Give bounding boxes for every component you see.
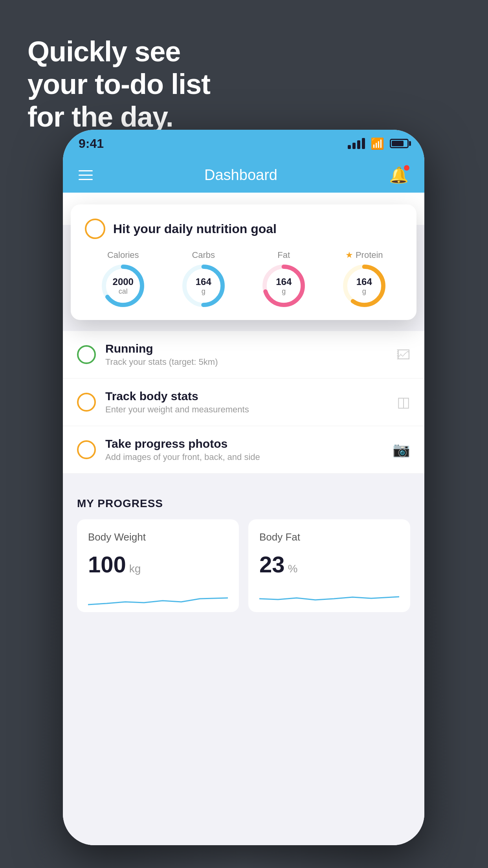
running-text: Running Track your stats (target: 5km): [105, 342, 387, 367]
menu-icon[interactable]: [79, 170, 93, 180]
macro-carbs-label: Carbs: [192, 250, 215, 260]
protein-star-icon: ★: [345, 250, 353, 260]
running-circle: [77, 345, 96, 364]
body-weight-value-row: 100 kg: [88, 551, 228, 577]
macro-calories-label: Calories: [107, 250, 139, 260]
macro-carbs: Carbs 164 g: [182, 250, 225, 307]
content-area: THINGS TO DO TODAY Hit your daily nutrit…: [63, 193, 424, 845]
card-title-row: Hit your daily nutrition goal: [85, 219, 402, 239]
carbs-value: 164: [196, 276, 211, 287]
progress-section-title: MY PROGRESS: [77, 497, 410, 510]
donut-fat: 164 g: [262, 264, 305, 307]
progress-section: MY PROGRESS Body Weight 100 kg Body Fat: [63, 482, 424, 620]
protein-value: 164: [356, 276, 372, 287]
donut-carbs: 164 g: [182, 264, 225, 307]
macro-protein-label: Protein: [356, 250, 383, 260]
donut-calories: 2000 cal: [101, 264, 145, 307]
nutrition-card-title: Hit your daily nutrition goal: [113, 222, 277, 236]
nav-title: Dashboard: [204, 167, 277, 184]
phone-frame: 9:41 📶 Dashboard 🔔: [63, 130, 424, 845]
scale-icon: ◫: [397, 394, 410, 410]
body-weight-card-title: Body Weight: [88, 531, 228, 543]
bell-button[interactable]: 🔔: [389, 166, 409, 184]
body-fat-value-row: 23 %: [259, 551, 399, 577]
status-bar: 9:41 📶: [63, 130, 424, 157]
body-fat-unit: %: [288, 563, 298, 575]
signal-icon: [348, 138, 365, 149]
calories-unit: cal: [113, 287, 134, 296]
macros-row: Calories 2000 cal Carbs: [85, 250, 402, 307]
calories-value: 2000: [113, 276, 134, 287]
bodystats-title: Track body stats: [105, 390, 387, 403]
nav-bar: Dashboard 🔔: [63, 157, 424, 193]
photos-title: Take progress photos: [105, 437, 383, 451]
carbs-unit: g: [196, 287, 211, 296]
body-weight-sparkline: [88, 587, 228, 611]
body-weight-unit: kg: [129, 563, 141, 575]
protein-unit: g: [356, 287, 372, 296]
photos-circle: [77, 440, 96, 459]
notification-dot: [403, 164, 410, 171]
macro-fat-label: Fat: [277, 250, 290, 260]
list-item[interactable]: Track body stats Enter your weight and m…: [63, 379, 424, 426]
battery-icon: [390, 139, 409, 148]
macro-protein: ★ Protein 164 g: [343, 250, 386, 307]
progress-cards: Body Weight 100 kg Body Fat 23 %: [77, 519, 410, 612]
fat-unit: g: [276, 287, 292, 296]
body-fat-number: 23: [259, 551, 285, 577]
list-item[interactable]: Running Track your stats (target: 5km) 🗠: [63, 331, 424, 379]
running-subtitle: Track your stats (target: 5km): [105, 357, 387, 367]
body-fat-sparkline: [259, 587, 399, 611]
wifi-icon: 📶: [371, 137, 384, 150]
status-time: 9:41: [79, 136, 104, 151]
body-fat-card-title: Body Fat: [259, 531, 399, 543]
nutrition-circle-check[interactable]: [85, 219, 105, 239]
running-title: Running: [105, 342, 387, 355]
list-item[interactable]: Take progress photos Add images of your …: [63, 426, 424, 474]
macro-calories: Calories 2000 cal: [101, 250, 145, 307]
fat-value: 164: [276, 276, 292, 287]
headline: Quickly see your to-do list for the day.: [28, 35, 210, 133]
bodystats-text: Track body stats Enter your weight and m…: [105, 390, 387, 415]
shoe-icon: 🗠: [396, 346, 410, 363]
bodystats-subtitle: Enter your weight and measurements: [105, 405, 387, 415]
photo-icon: 📷: [393, 441, 410, 458]
nutrition-card[interactable]: Hit your daily nutrition goal Calories 2…: [71, 204, 416, 320]
todo-list: Running Track your stats (target: 5km) 🗠…: [63, 331, 424, 474]
macro-protein-label-wrap: ★ Protein: [345, 250, 383, 260]
photos-text: Take progress photos Add images of your …: [105, 437, 383, 462]
donut-protein: 164 g: [343, 264, 386, 307]
body-weight-card[interactable]: Body Weight 100 kg: [77, 519, 239, 612]
bodystats-circle: [77, 393, 96, 412]
status-icons: 📶: [348, 137, 409, 150]
body-fat-card[interactable]: Body Fat 23 %: [248, 519, 410, 612]
macro-fat: Fat 164 g: [262, 250, 305, 307]
body-weight-number: 100: [88, 551, 126, 577]
photos-subtitle: Add images of your front, back, and side: [105, 452, 383, 462]
